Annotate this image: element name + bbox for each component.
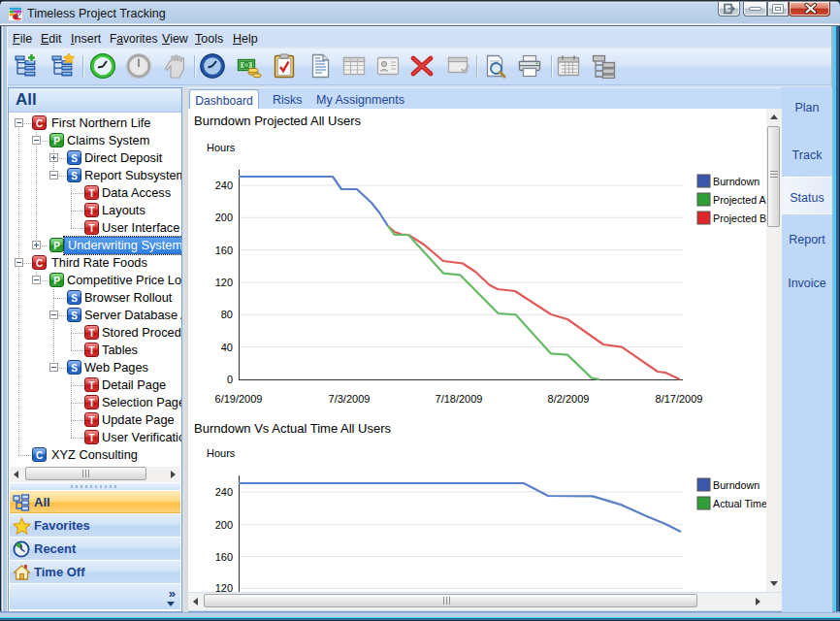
svg-text:200: 200 bbox=[215, 519, 233, 531]
svg-text:80: 80 bbox=[221, 309, 233, 320]
svg-text:7/3/2009: 7/3/2009 bbox=[329, 393, 371, 405]
svg-text:40: 40 bbox=[221, 342, 233, 353]
svg-text:8/2/2009: 8/2/2009 bbox=[548, 393, 590, 405]
svg-text:Projected B: Projected B bbox=[713, 212, 766, 224]
svg-text:Actual Time: Actual Time bbox=[713, 498, 766, 509]
svg-text:240: 240 bbox=[215, 180, 233, 191]
svg-text:0: 0 bbox=[227, 374, 233, 385]
svg-text:Burndown: Burndown bbox=[713, 176, 759, 187]
svg-text:Burndown: Burndown bbox=[713, 479, 759, 491]
svg-text:160: 160 bbox=[215, 245, 233, 256]
svg-text:120: 120 bbox=[215, 277, 233, 288]
svg-text:160: 160 bbox=[215, 551, 233, 563]
svg-text:6/19/2009: 6/19/2009 bbox=[215, 393, 263, 405]
svg-text:240: 240 bbox=[215, 486, 233, 498]
svg-text:200: 200 bbox=[215, 212, 233, 223]
svg-text:Projected A: Projected A bbox=[713, 194, 766, 206]
svg-text:120: 120 bbox=[215, 582, 233, 592]
svg-text:8/17/2009: 8/17/2009 bbox=[656, 393, 703, 405]
svg-text:7/18/2009: 7/18/2009 bbox=[436, 393, 483, 405]
